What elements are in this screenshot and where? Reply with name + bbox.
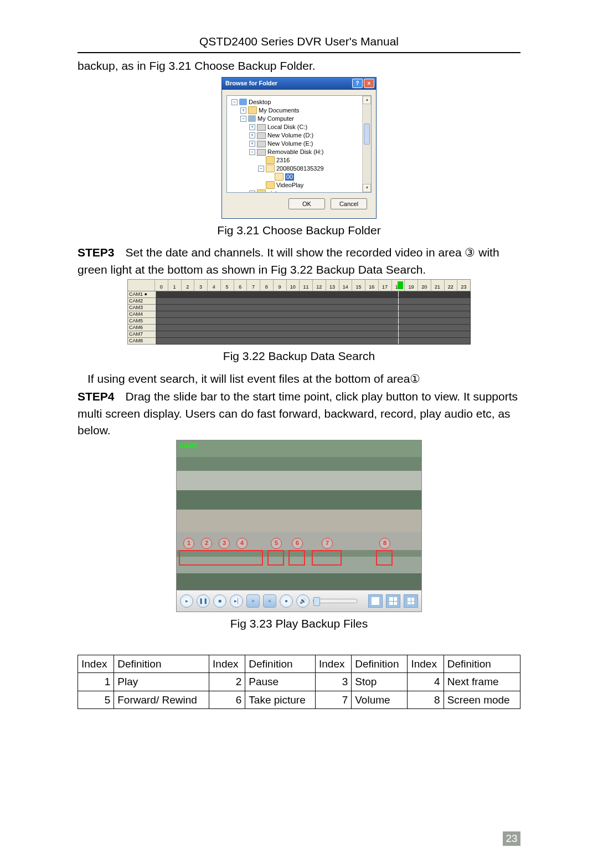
ok-button[interactable]: OK <box>288 198 325 209</box>
tree-picture: picture <box>267 190 286 193</box>
volume-slider[interactable] <box>313 599 357 603</box>
tree-toggle[interactable]: + <box>240 107 246 114</box>
playhead-line <box>398 331 399 337</box>
drive-icon <box>257 124 266 131</box>
desktop-icon <box>239 99 247 105</box>
stop-button[interactable]: ■ <box>213 594 226 608</box>
drive-icon <box>257 141 266 147</box>
table-header: Index <box>209 655 245 673</box>
tree-mydocs: My Documents <box>259 107 299 115</box>
screen-mode-1[interactable] <box>368 594 383 608</box>
cam-track[interactable] <box>156 305 471 311</box>
snapshot-button[interactable]: ● <box>280 594 293 608</box>
step3-text: Set the date and channels. It will show … <box>78 246 499 275</box>
playhead-line <box>398 298 399 304</box>
cam-row: CAM3 <box>127 305 471 311</box>
callout-5: 5 <box>271 538 282 549</box>
cam-row: CAM5 <box>127 318 471 325</box>
tree-toggle[interactable]: + <box>249 141 255 147</box>
scroll-up-icon[interactable]: ▴ <box>363 96 371 104</box>
cam-row: CAM8 <box>127 338 471 345</box>
playhead-line <box>398 305 399 311</box>
playhead-line <box>398 291 399 297</box>
callout-1: 1 <box>183 538 194 549</box>
table-row: 5Forward/ Rewind6Take picture7Volume8Scr… <box>78 691 520 709</box>
manual-page: QSTD2400 Series DVR User's Manual backup… <box>0 0 598 868</box>
table-cell: Play <box>114 673 209 691</box>
table-cell: Forward/ Rewind <box>114 691 209 709</box>
cam-track[interactable] <box>156 331 471 338</box>
screen-mode-9[interactable] <box>404 594 418 608</box>
tree-toggle[interactable]: + <box>249 191 255 193</box>
cam-track[interactable] <box>156 311 471 318</box>
cam-track[interactable] <box>156 325 471 331</box>
tree-scrollbar[interactable]: ▴ ▾ <box>362 96 371 192</box>
dialog-footer: OK Cancel <box>226 193 372 215</box>
table-cell: 3 <box>315 673 351 691</box>
tree-toggle[interactable]: − <box>231 99 238 105</box>
cam-row: CAM4 <box>127 311 471 318</box>
step3-paragraph: STEP3Set the date and channels. It will … <box>78 244 520 278</box>
scroll-thumb[interactable] <box>364 124 370 145</box>
header-rule <box>78 52 520 53</box>
drive-icon <box>257 132 266 139</box>
page-header: QSTD2400 Series DVR User's Manual <box>78 33 520 50</box>
timeline-cursor[interactable] <box>398 281 403 289</box>
step4-paragraph: STEP4Drag the slide bar to the start tim… <box>78 388 520 439</box>
event-search-note: If using event search, it will list even… <box>87 371 520 387</box>
callout-2: 2 <box>201 538 212 549</box>
next-frame-button[interactable]: ▸| <box>230 594 243 608</box>
pause-button[interactable]: ❚❚ <box>197 594 210 608</box>
folder-icon <box>266 156 275 164</box>
play-button[interactable]: ▸ <box>180 594 193 608</box>
annotation-box-7 <box>312 550 342 566</box>
table-cell: Next frame <box>444 673 520 691</box>
table-cell: Pause <box>245 673 316 691</box>
close-button[interactable]: × <box>364 79 374 88</box>
timeline-ruler: 01234567891011121314151617181920212223 <box>127 279 471 291</box>
help-button[interactable]: ? <box>352 79 363 88</box>
scroll-down-icon[interactable]: ▾ <box>363 184 371 192</box>
cam-track[interactable] <box>156 318 471 325</box>
table-cell: Stop <box>352 673 408 691</box>
table-cell: 2 <box>209 673 245 691</box>
tree-toggle[interactable]: − <box>249 149 255 155</box>
cam-track[interactable] <box>156 291 471 298</box>
backup-timeline: 01234567891011121314151617181920212223 C… <box>127 279 471 345</box>
callout-8: 8 <box>379 538 390 549</box>
callout-6: 6 <box>292 538 303 549</box>
dialog-title-text: Browse for Folder <box>225 80 277 88</box>
table-header: Index <box>408 655 444 673</box>
screen-mode-4[interactable] <box>386 594 400 608</box>
rewind-button[interactable]: « <box>263 594 276 608</box>
cam-track[interactable] <box>156 298 471 305</box>
cam-track[interactable] <box>156 338 471 345</box>
cam-row: CAM2 <box>127 298 471 305</box>
folder-open-icon <box>266 165 275 172</box>
cancel-button[interactable]: Cancel <box>331 198 367 209</box>
folder-tree[interactable]: − Desktop + My Documents − My Computer + <box>226 95 372 193</box>
tree-folder-timestamp: 20080508135329 <box>276 165 324 173</box>
annotation-box-5 <box>267 550 284 566</box>
folder-open-icon <box>275 173 283 181</box>
tree-toggle[interactable]: + <box>249 124 255 130</box>
folder-icon <box>266 181 275 189</box>
playback-toolbar: ▸ ❚❚ ■ ▸| » « ● 🔊 <box>177 590 421 612</box>
cam-row: CAM1 ● <box>127 291 471 298</box>
forward-button[interactable]: » <box>246 594 260 608</box>
tree-folder-selected[interactable]: 00 <box>285 173 294 181</box>
step4-label: STEP4 <box>78 390 115 403</box>
tree-toggle[interactable]: − <box>240 116 246 122</box>
volume-button[interactable]: 🔊 <box>296 594 310 608</box>
tree-folder-2316: 2316 <box>276 157 290 165</box>
table-cell: 1 <box>78 673 114 691</box>
figure-caption-3-21: Fig 3.21 Choose Backup Folder <box>78 222 520 239</box>
camera-overlay-label: CAM1 <box>179 441 198 451</box>
tree-drive-h: Removable Disk (H:) <box>267 148 323 156</box>
table-cell: Take picture <box>245 691 316 709</box>
figure-caption-3-22: Fig 3.22 Backup Data Search <box>78 348 520 364</box>
tree-toggle[interactable]: + <box>249 132 255 138</box>
tree-spacer <box>267 174 273 179</box>
tree-videoplay: VideoPlay <box>276 182 303 189</box>
tree-toggle[interactable]: − <box>258 166 264 172</box>
